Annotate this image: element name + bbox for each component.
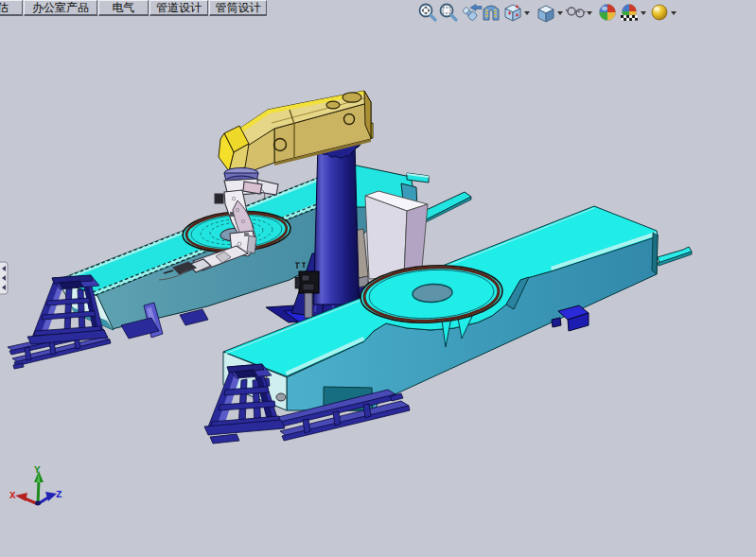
svg-text:Y: Y	[34, 464, 41, 476]
svg-text:Z: Z	[56, 489, 62, 500]
svg-text:X: X	[9, 490, 16, 501]
